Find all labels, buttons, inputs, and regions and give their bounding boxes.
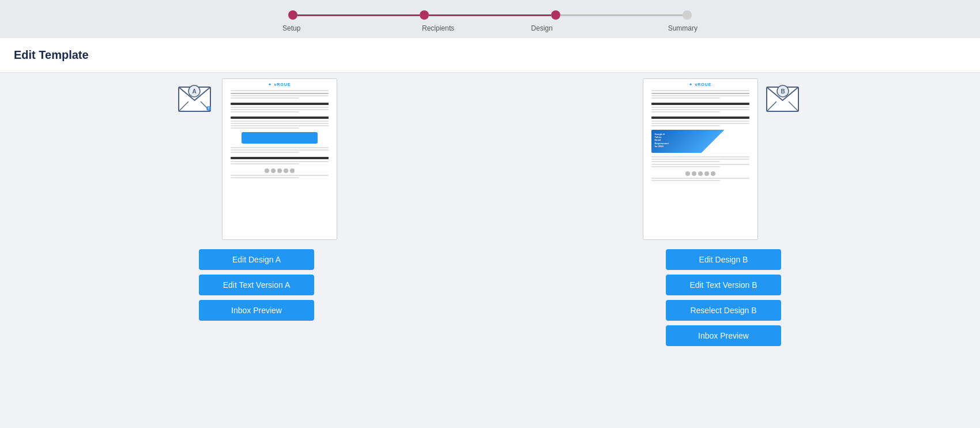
svg-text:B: B [781,88,785,95]
progress-header: Setup Recipients Design Summary [0,0,980,38]
inbox-preview-b-button[interactable]: Inbox Preview [666,325,781,346]
version-a-envelope-container: A ✦ vROUE [176,78,337,240]
page-title: Edit Template [14,48,966,62]
email-logo-b: ✦ vROUE [689,82,711,87]
progress-labels: Setup Recipients Design Summary [288,24,692,32]
step-dot-design [551,10,560,20]
inbox-preview-a-button[interactable]: Inbox Preview [199,300,314,321]
page-title-bar: Edit Template [0,38,980,73]
version-b-buttons: Edit Design B Edit Text Version B Resele… [666,249,781,346]
progress-line-1 [297,14,420,16]
svg-point-7 [209,110,209,110]
edit-design-a-button[interactable]: Edit Design A [199,249,314,270]
progress-line-2 [429,14,551,16]
email-preview-a: ✦ vROUE [222,78,337,240]
email-logo-a: ✦ vROUE [268,82,291,87]
step-label-design: Design [490,24,594,32]
version-a-panel: A ✦ vROUE [176,78,337,346]
edit-text-a-button[interactable]: Edit Text Version A [199,275,314,295]
version-b-panel: ✦ vROUE [643,78,804,346]
progress-track [288,10,692,20]
step-dot-setup [288,10,297,20]
step-dot-recipients [420,10,429,20]
edit-design-b-button[interactable]: Edit Design B [666,249,781,270]
email-preview-b: ✦ vROUE [643,78,758,240]
progress-line-3 [560,14,683,16]
reselect-design-b-button[interactable]: Reselect Design B [666,300,781,321]
step-label-summary: Summary [594,24,698,32]
version-b-envelope-container: ✦ vROUE [643,78,804,240]
versions-container: A ✦ vROUE [0,73,980,352]
edit-text-b-button[interactable]: Edit Text Version B [666,275,781,295]
progress-track-container: Setup Recipients Design Summary [288,10,692,32]
email-video-block-b: Google &YahooEmailRequirementfor 2024 ▶ [651,130,749,153]
version-a-buttons: Edit Design A Edit Text Version A Inbox … [199,249,314,321]
svg-text:A: A [192,88,196,95]
step-label-recipients: Recipients [386,24,490,32]
step-label-setup: Setup [282,24,386,32]
step-dot-summary [683,10,692,20]
envelope-icon-b: B [758,78,804,119]
envelope-icon-a: A [176,78,222,119]
